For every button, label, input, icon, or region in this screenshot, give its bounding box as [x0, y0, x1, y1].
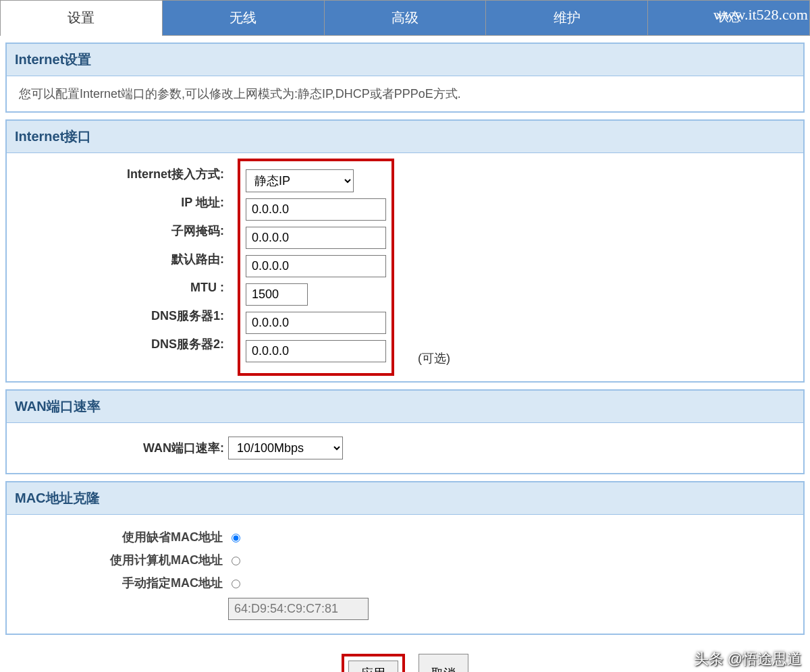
apply-button[interactable]: 应用: [348, 661, 398, 672]
footer-buttons: 应用 取消: [0, 642, 810, 672]
tab-status-label: 状态: [717, 10, 741, 24]
label-default-route: 默认路由:: [19, 251, 228, 267]
input-default-route[interactable]: [246, 255, 386, 277]
label-mac-default: 使用缺省MAC地址: [19, 529, 228, 545]
label-dns1: DNS服务器1:: [19, 308, 228, 324]
input-dns2[interactable]: [246, 340, 386, 362]
label-wan-speed: WAN端口速率:: [19, 440, 228, 456]
label-subnet-mask: 子网掩码:: [19, 223, 228, 239]
label-mtu: MTU :: [19, 281, 228, 295]
tab-settings[interactable]: 设置: [0, 0, 162, 36]
panel-title-wan-speed: WAN端口速率: [7, 391, 803, 423]
top-tabs: 设置 无线 高级 维护 状态 www.it528.com: [0, 0, 810, 36]
label-dns2: DNS服务器2:: [19, 336, 228, 352]
panel-wan-speed: WAN端口速率 WAN端口速率: 10/100Mbps: [5, 389, 805, 474]
input-dns1[interactable]: [246, 312, 386, 334]
cancel-button[interactable]: 取消: [418, 654, 468, 672]
select-wan-speed[interactable]: 10/100Mbps: [228, 437, 343, 459]
radio-mac-manual[interactable]: [232, 580, 240, 588]
panel-title-internet-interface: Internet接口: [7, 121, 803, 153]
input-subnet-mask[interactable]: [246, 227, 386, 249]
input-ip-address[interactable]: [246, 198, 386, 221]
tab-wireless[interactable]: 无线: [162, 0, 324, 36]
label-access-mode: Internet接入方式:: [19, 166, 228, 182]
highlight-apply: 应用: [342, 654, 405, 672]
internet-settings-description: 您可以配置Internet端口的参数,可以修改上网模式为:静态IP,DHCP或者…: [19, 87, 461, 101]
panel-internet-interface: Internet接口 Internet接入方式: IP 地址: 子网掩码: 默认…: [5, 119, 805, 383]
panel-title-mac-clone: MAC地址克隆: [7, 482, 803, 515]
label-mac-computer: 使用计算机MAC地址: [19, 552, 228, 568]
radio-mac-computer[interactable]: [232, 557, 240, 565]
panel-internet-settings: Internet设置 您可以配置Internet端口的参数,可以修改上网模式为:…: [5, 43, 805, 113]
dns2-hint: (可选): [418, 350, 450, 366]
radio-mac-default[interactable]: [232, 534, 240, 542]
tab-maintenance[interactable]: 维护: [485, 0, 647, 36]
panel-title-internet-settings: Internet设置: [7, 44, 803, 76]
input-mtu[interactable]: [246, 283, 308, 306]
label-ip-address: IP 地址:: [19, 194, 228, 211]
highlight-internet-fields: 静态IP: [238, 159, 394, 376]
select-access-mode[interactable]: 静态IP: [246, 169, 354, 192]
panel-mac-clone: MAC地址克隆 使用缺省MAC地址 使用计算机MAC地址 手动指定MAC地址: [5, 481, 805, 635]
tab-status[interactable]: 状态 www.it528.com: [647, 0, 810, 36]
label-mac-manual: 手动指定MAC地址: [19, 575, 228, 591]
input-mac-address: [228, 598, 369, 620]
tab-advanced[interactable]: 高级: [324, 0, 486, 36]
